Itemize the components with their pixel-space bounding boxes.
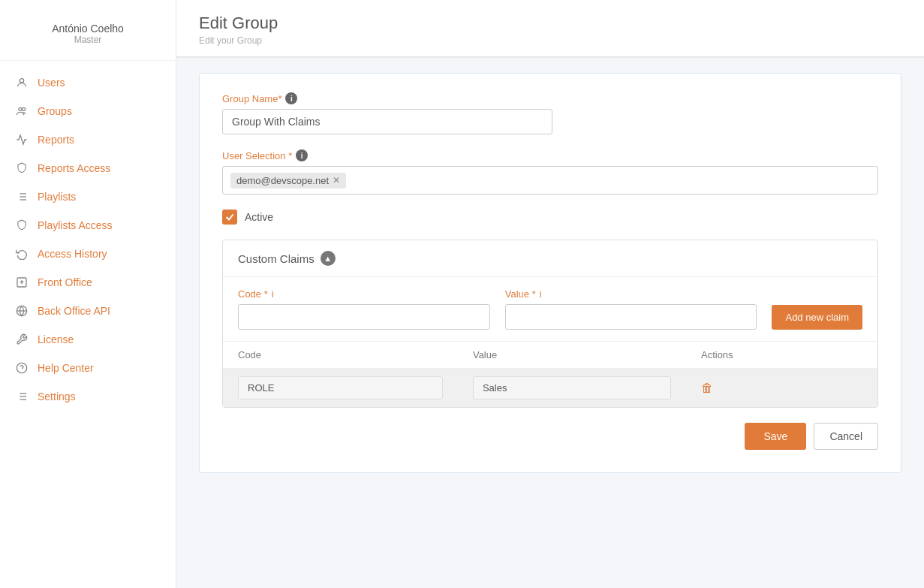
group-name-label: Group Name* i [222,92,878,104]
sidebar-item-users-label: Users [38,77,65,89]
claims-header: Custom Claims ▲ [223,240,877,277]
sidebar-item-front-office[interactable]: Front Office [0,268,176,297]
code-input[interactable] [238,304,490,330]
page-subtitle: Edit your Group [199,35,901,46]
people-icon [15,104,29,118]
code-input-group: Code * i [238,288,490,330]
person-icon [15,76,29,89]
sidebar-item-playlists-label: Playlists [38,191,76,203]
sidebar-item-groups[interactable]: Groups [0,97,176,125]
sidebar-item-settings[interactable]: Settings [0,382,176,411]
user-selection-info-icon[interactable]: i [296,149,308,161]
cell-code: ROLE [223,369,458,408]
shield-playlists-icon [15,219,29,232]
claims-section: Custom Claims ▲ Code * i Value * [222,240,878,408]
svg-point-2 [23,107,26,110]
sidebar-item-front-office-label: Front Office [38,276,92,288]
sidebar-item-reports[interactable]: Reports [0,125,176,154]
user-selection-group: User Selection * i demo@devscope.net ✕ [222,149,878,194]
main-content: Edit Group Edit your Group Group Name* i… [176,0,924,588]
claims-table: Code Value Actions ROLE Sales 🗑 [223,342,877,407]
sidebar-item-groups-label: Groups [38,105,72,117]
sidebar-item-playlists[interactable]: Playlists [0,182,176,211]
history-icon [15,247,29,261]
sidebar-user: António Coelho Master [0,15,176,61]
sidebar-item-back-office-api[interactable]: Back Office API [0,297,176,325]
page-title: Edit Group [199,14,901,33]
code-label: Code * i [238,288,490,300]
user-tag-remove[interactable]: ✕ [333,175,340,185]
sidebar-item-settings-label: Settings [38,390,76,403]
sidebar-item-help-center-label: Help Center [38,362,94,374]
sidebar-item-access-history-label: Access History [38,248,107,260]
sidebar-item-reports-access[interactable]: Reports Access [0,154,176,182]
save-button[interactable]: Save [745,423,806,450]
sidebar-item-playlists-access-label: Playlists Access [38,219,113,231]
group-name-group: Group Name* i [222,92,878,134]
list-icon [15,190,29,204]
shield-reports-icon [15,161,29,175]
col-code-header: Code [223,342,458,369]
chart-icon [15,133,29,146]
content-area: Group Name* i User Selection * i demo@de… [176,58,924,496]
cell-value: Sales [458,369,686,408]
col-value-header: Value [458,342,686,369]
question-icon [15,361,29,375]
wrench-icon [15,333,29,346]
sidebar-item-back-office-label: Back Office API [38,305,110,317]
sidebar-item-license-label: License [38,333,74,345]
claims-chevron-icon[interactable]: ▲ [321,251,336,266]
sidebar-user-name: António Coelho [0,23,176,35]
user-selection-label: User Selection * i [222,149,878,161]
sidebar-item-help-center[interactable]: Help Center [0,354,176,382]
sidebar-item-reports-access-label: Reports Access [38,162,110,174]
settings-icon [15,390,29,403]
code-info-icon[interactable]: i [272,288,274,300]
svg-point-1 [19,107,22,110]
sidebar-item-playlists-access[interactable]: Playlists Access [0,211,176,240]
claims-inputs: Code * i Value * i Add new claim [223,277,877,342]
col-actions-header: Actions [686,342,877,369]
cell-actions: 🗑 [686,369,877,408]
sidebar-item-license[interactable]: License [0,325,176,354]
delete-row-icon[interactable]: 🗑 [701,381,713,394]
sidebar-nav: Users Groups Reports Reports Access Play… [0,68,176,418]
form-card: Group Name* i User Selection * i demo@de… [199,73,901,473]
add-claim-button[interactable]: Add new claim [772,305,862,330]
globe-icon [15,304,29,318]
value-input-group: Value * i [505,288,757,330]
table-row: ROLE Sales 🗑 [223,369,877,408]
sidebar-item-users[interactable]: Users [0,68,176,97]
group-name-input[interactable] [222,109,552,134]
sidebar-user-role: Master [0,35,176,45]
active-label: Active [245,211,273,223]
svg-point-0 [20,79,23,83]
cancel-button[interactable]: Cancel [814,423,878,450]
active-checkbox[interactable] [222,210,237,225]
sidebar: António Coelho Master Users Groups Repor… [0,0,176,588]
value-info-icon[interactable]: i [540,288,542,300]
user-select-box[interactable]: demo@devscope.net ✕ [222,166,878,194]
active-checkbox-row: Active [222,210,878,225]
value-input[interactable] [505,304,757,330]
arrow-box-icon [15,276,29,289]
sidebar-item-access-history[interactable]: Access History [0,240,176,268]
page-header: Edit Group Edit your Group [176,0,924,57]
sidebar-item-reports-label: Reports [38,134,74,146]
group-name-info-icon[interactable]: i [285,92,297,104]
form-footer: Save Cancel [222,423,878,450]
user-tag: demo@devscope.net ✕ [230,173,346,188]
value-label: Value * i [505,288,757,300]
